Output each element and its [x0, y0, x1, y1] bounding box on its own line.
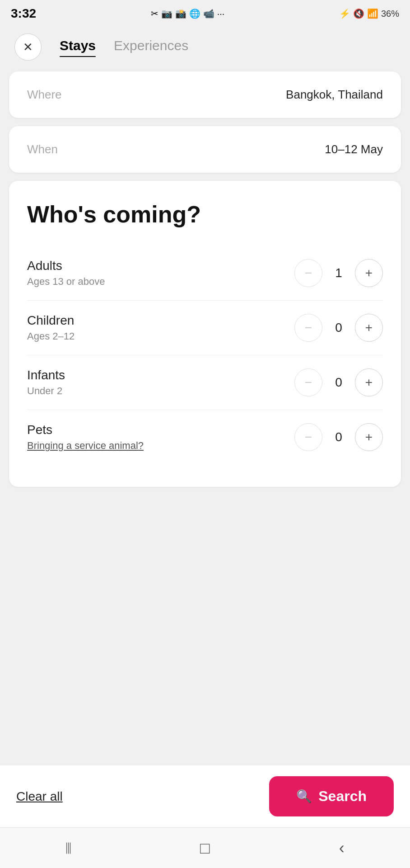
adults-row: Adults Ages 13 or above − 1 + [27, 246, 383, 301]
bluetooth-icon: ⚡ [339, 8, 350, 19]
adults-increment-button[interactable]: + [355, 259, 383, 287]
when-card[interactable]: When 10–12 May [9, 126, 401, 173]
more-icon: ··· [217, 9, 225, 19]
home-icon: □ [200, 839, 210, 858]
search-label: Search [318, 788, 367, 805]
clear-all-button[interactable]: Clear all [16, 789, 63, 804]
children-counter: − 0 + [294, 314, 383, 342]
children-row: Children Ages 2–12 − 0 + [27, 301, 383, 355]
children-age: Ages 2–12 [27, 330, 75, 342]
adults-age: Ages 13 or above [27, 276, 105, 288]
header: ✕ Stays Experiences [0, 25, 410, 67]
pets-counter: − 0 + [294, 423, 383, 451]
tab-experiences[interactable]: Experiences [114, 38, 188, 56]
adults-count: 1 [333, 266, 344, 280]
status-right: ⚡ 🔇 📶 36% [339, 8, 399, 19]
instagram-icon: 📷 [161, 8, 172, 19]
children-info: Children Ages 2–12 [27, 313, 75, 342]
pets-label: Pets [27, 423, 144, 437]
where-value: Bangkok, Thailand [286, 88, 383, 102]
status-bar: 3:32 ✂ 📷 📸 🌐 📹 ··· ⚡ 🔇 📶 36% [0, 0, 410, 25]
close-icon: ✕ [23, 40, 33, 54]
instagram2-icon: 📸 [175, 8, 186, 19]
when-value: 10–12 May [325, 142, 383, 156]
service-animal-link[interactable]: Bringing a service animal? [27, 440, 144, 451]
status-icons: ✂ 📷 📸 🌐 📹 ··· [151, 8, 225, 19]
video-icon: 📹 [203, 8, 214, 19]
adults-label: Adults [27, 259, 105, 273]
back-icon: ‹ [339, 839, 345, 858]
nav-tabs: Stays Experiences [60, 38, 188, 56]
pets-count: 0 [333, 430, 344, 444]
bottom-bar: Clear all 🔍 Search [0, 765, 410, 827]
chrome-icon: 🌐 [189, 8, 200, 19]
pets-age: Bringing a service animal? [27, 440, 144, 452]
status-time: 3:32 [11, 6, 36, 21]
pets-decrement-button[interactable]: − [294, 423, 322, 451]
adults-decrement-button[interactable]: − [294, 259, 322, 287]
search-icon: 🔍 [296, 789, 312, 804]
tab-stays[interactable]: Stays [60, 38, 96, 56]
infants-decrement-button[interactable]: − [294, 368, 322, 396]
nav-bar: ⦀ □ ‹ [0, 827, 410, 868]
children-label: Children [27, 313, 75, 328]
when-label: When [27, 142, 58, 156]
nav-menu-button[interactable]: ⦀ [50, 835, 86, 862]
children-decrement-button[interactable]: − [294, 314, 322, 342]
infants-age: Under 2 [27, 385, 65, 397]
nav-home-button[interactable]: □ [187, 835, 223, 862]
whos-coming-card: Who's coming? Adults Ages 13 or above − … [9, 181, 401, 487]
battery-icon: 36% [381, 9, 399, 19]
pets-info: Pets Bringing a service animal? [27, 423, 144, 452]
adults-counter: − 1 + [294, 259, 383, 287]
infants-label: Infants [27, 368, 65, 382]
infants-count: 0 [333, 375, 344, 390]
infants-info: Infants Under 2 [27, 368, 65, 397]
children-increment-button[interactable]: + [355, 314, 383, 342]
pets-increment-button[interactable]: + [355, 423, 383, 451]
menu-icon: ⦀ [65, 839, 72, 858]
content: Where Bangkok, Thailand When 10–12 May W… [0, 67, 410, 868]
notification-icon: ✂ [151, 8, 158, 19]
children-count: 0 [333, 321, 344, 335]
nav-back-button[interactable]: ‹ [324, 835, 360, 862]
pets-row: Pets Bringing a service animal? − 0 + [27, 410, 383, 464]
infants-row: Infants Under 2 − 0 + [27, 355, 383, 410]
where-label: Where [27, 88, 62, 102]
infants-counter: − 0 + [294, 368, 383, 396]
whos-coming-title: Who's coming? [27, 201, 383, 228]
close-button[interactable]: ✕ [14, 33, 42, 61]
where-card[interactable]: Where Bangkok, Thailand [9, 71, 401, 118]
search-button[interactable]: 🔍 Search [269, 776, 394, 816]
wifi-icon: 📶 [367, 8, 378, 19]
adults-info: Adults Ages 13 or above [27, 259, 105, 288]
mute-icon: 🔇 [353, 8, 364, 19]
infants-increment-button[interactable]: + [355, 368, 383, 396]
